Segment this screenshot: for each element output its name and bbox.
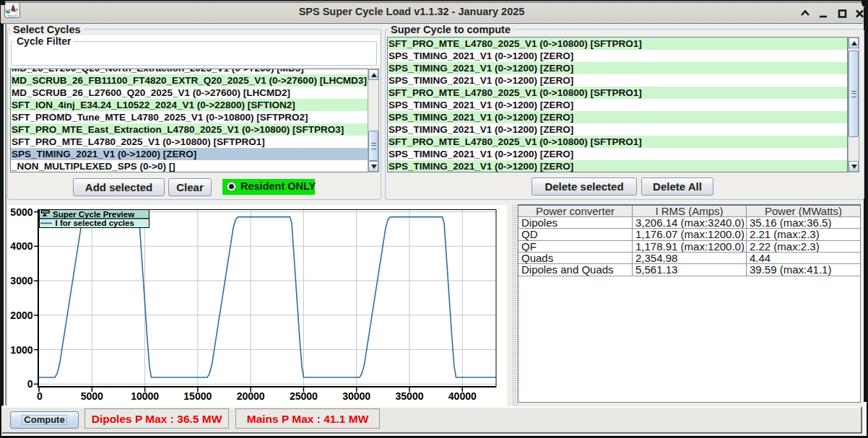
svg-text:I for selected cycles: I for selected cycles	[56, 219, 134, 227]
svg-text:Super Cycle Preview: Super Cycle Preview	[53, 210, 134, 219]
svg-text:3000: 3000	[10, 275, 32, 286]
svg-text:25000: 25000	[290, 390, 318, 402]
svg-text:0: 0	[27, 378, 33, 390]
svg-text:15000: 15000	[183, 390, 212, 402]
svg-text:5000: 5000	[81, 390, 103, 402]
svg-text:20000: 20000	[237, 390, 265, 402]
svg-text:35000: 35000	[396, 390, 424, 402]
svg-text:2000: 2000	[10, 310, 32, 321]
svg-text:40000: 40000	[448, 390, 477, 402]
svg-text:1000: 1000	[10, 344, 32, 356]
svg-text:5000: 5000	[10, 206, 32, 218]
svg-text:0: 0	[37, 390, 43, 402]
svg-text:30000: 30000	[342, 390, 370, 402]
svg-text:4000: 4000	[10, 240, 32, 252]
svg-text:10000: 10000	[131, 390, 159, 402]
